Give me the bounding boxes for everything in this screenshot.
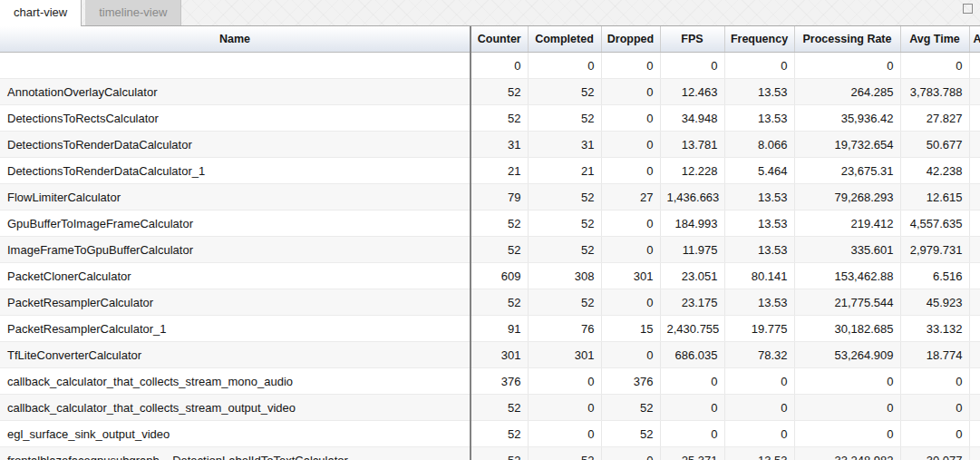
table-row[interactable]: DetectionsToRenderDataCalculator3131013.… xyxy=(0,132,980,158)
table-row[interactable]: DetectionsToRectsCalculator5252034.94813… xyxy=(0,105,980,132)
cell-value: 18.774 xyxy=(900,342,969,368)
cell-value: 3,783.788 xyxy=(900,79,969,105)
cell-value: 308 xyxy=(528,263,601,289)
cell-value: 0 xyxy=(601,132,660,158)
table-row[interactable]: ImageFrameToGpuBufferCalculator5252011.9… xyxy=(0,237,980,263)
cell-clipped xyxy=(969,237,980,263)
cell-value: 5.464 xyxy=(724,158,794,184)
cell-value: 4,557.635 xyxy=(900,210,969,237)
cell-name: FlowLimiterCalculator xyxy=(0,184,471,210)
cell-clipped xyxy=(969,447,980,460)
cell-clipped xyxy=(969,210,980,237)
cell-value: 53,264.909 xyxy=(794,342,900,368)
column-header-avg-time[interactable]: Avg Time xyxy=(900,26,969,53)
cell-name: ImageFrameToGpuBufferCalculator xyxy=(0,237,471,263)
column-header-completed[interactable]: Completed xyxy=(528,26,601,53)
tab-timeline-view[interactable]: timeline-view xyxy=(85,0,181,25)
cell-value: 21,775.544 xyxy=(794,289,900,316)
cell-value: 0 xyxy=(601,158,660,184)
cell-value: 23.051 xyxy=(660,263,724,289)
cell-value: 52 xyxy=(471,421,528,447)
stats-table: NameCounterCompletedDroppedFPSFrequencyP… xyxy=(0,26,980,460)
cell-value: 13.53 xyxy=(724,289,794,316)
table-row[interactable]: callback_calculator_that_collects_stream… xyxy=(0,395,980,421)
cell-value: 264.285 xyxy=(794,79,900,105)
cell-value: 80.141 xyxy=(724,263,794,289)
cell-value: 12.228 xyxy=(660,158,724,184)
column-header-a[interactable]: A xyxy=(969,26,980,53)
cell-name: DetectionsToRenderDataCalculator xyxy=(0,132,471,158)
cell-value: 0 xyxy=(601,289,660,316)
cell-name xyxy=(0,53,471,79)
table-row[interactable]: TfLiteConverterCalculator3013010686.0357… xyxy=(0,342,980,368)
cell-value: 219.412 xyxy=(794,210,900,237)
cell-value: 184.993 xyxy=(660,210,724,237)
cell-value: 23,675.31 xyxy=(794,158,900,184)
cell-value: 0 xyxy=(724,53,794,79)
cell-value: 52 xyxy=(528,105,601,132)
cell-value: 11.975 xyxy=(660,237,724,263)
cell-clipped xyxy=(969,421,980,447)
cell-value: 0 xyxy=(900,395,969,421)
cell-value: 0 xyxy=(794,395,900,421)
table-row[interactable]: 0000000 xyxy=(0,53,980,79)
cell-clipped xyxy=(969,184,980,210)
cell-value: 91 xyxy=(471,316,528,342)
cell-value: 33,248.982 xyxy=(794,447,900,460)
cell-name: TfLiteConverterCalculator xyxy=(0,342,471,368)
cell-value: 76 xyxy=(528,316,601,342)
tab-bar: chart-view timeline-view xyxy=(0,0,980,26)
table-row[interactable]: PacketResamplerCalculator5252023.17513.5… xyxy=(0,289,980,316)
column-header-dropped[interactable]: Dropped xyxy=(601,26,660,53)
cell-value: 45.923 xyxy=(900,289,969,316)
column-header-fps[interactable]: FPS xyxy=(660,26,724,53)
cell-clipped xyxy=(969,395,980,421)
cell-value: 34.948 xyxy=(660,105,724,132)
cell-clipped xyxy=(969,105,980,132)
column-header-processing-rate[interactable]: Processing Rate xyxy=(794,26,900,53)
cell-value: 0 xyxy=(528,421,601,447)
table-row[interactable]: AnnotationOverlayCalculator5252012.46313… xyxy=(0,79,980,105)
cell-value: 0 xyxy=(660,53,724,79)
table-row[interactable]: egl_surface_sink_output_video520520000 xyxy=(0,421,980,447)
table-row[interactable]: callback_calculator_that_collects_stream… xyxy=(0,368,980,395)
cell-value: 52 xyxy=(471,105,528,132)
table-row[interactable]: FlowLimiterCalculator7952271,436.66313.5… xyxy=(0,184,980,210)
table-row[interactable]: DetectionsToRenderDataCalculator_1212101… xyxy=(0,158,980,184)
cell-value: 13.53 xyxy=(724,105,794,132)
table-row[interactable]: frontalblazefacegpusubgraph__DetectionLa… xyxy=(0,447,980,460)
cell-name: frontalblazefacegpusubgraph__DetectionLa… xyxy=(0,447,471,460)
cell-value: 30,182.685 xyxy=(794,316,900,342)
table-body: 0000000AnnotationOverlayCalculator525201… xyxy=(0,53,980,460)
cell-value: 376 xyxy=(601,368,660,395)
table-row[interactable]: PacketResamplerCalculator_19176152,430.7… xyxy=(0,316,980,342)
cell-name: callback_calculator_that_collects_stream… xyxy=(0,368,471,395)
cell-value: 31 xyxy=(471,132,528,158)
cell-value: 0 xyxy=(900,53,969,79)
table-row[interactable]: GpuBufferToImageFrameCalculator52520184.… xyxy=(0,210,980,237)
header-row: NameCounterCompletedDroppedFPSFrequencyP… xyxy=(0,26,980,53)
table-row[interactable]: PacketClonerCalculator60930830123.05180.… xyxy=(0,263,980,289)
cell-value: 27.827 xyxy=(900,105,969,132)
tab-chart-view[interactable]: chart-view xyxy=(0,0,82,26)
cell-clipped xyxy=(969,132,980,158)
cell-value: 50.677 xyxy=(900,132,969,158)
cell-value: 52 xyxy=(528,237,601,263)
column-header-counter[interactable]: Counter xyxy=(471,26,528,53)
cell-value: 301 xyxy=(528,342,601,368)
cell-value: 52 xyxy=(601,395,660,421)
cell-name: PacketResamplerCalculator xyxy=(0,289,471,316)
cell-value: 19,732.654 xyxy=(794,132,900,158)
cell-clipped xyxy=(969,158,980,184)
cell-clipped xyxy=(969,316,980,342)
cell-value: 35,936.42 xyxy=(794,105,900,132)
column-header-frequency[interactable]: Frequency xyxy=(724,26,794,53)
cell-value: 0 xyxy=(471,53,528,79)
undock-square-icon[interactable] xyxy=(963,4,973,14)
cell-value: 52 xyxy=(601,421,660,447)
cell-value: 52 xyxy=(471,447,528,460)
cell-value: 21 xyxy=(471,158,528,184)
cell-name: DetectionsToRectsCalculator xyxy=(0,105,471,132)
column-header-name[interactable]: Name xyxy=(0,26,471,53)
cell-name: GpuBufferToImageFrameCalculator xyxy=(0,210,471,237)
